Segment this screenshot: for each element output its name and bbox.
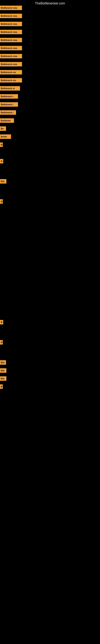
bottleneck-bar-21: B (0, 320, 3, 324)
bottleneck-bar-0: Bottleneck resu (0, 6, 22, 10)
bottleneck-bar-4: Bottleneck resu (0, 38, 22, 42)
bottleneck-bar-7: Bottleneck resu (0, 62, 22, 66)
bottleneck-bar-25: Bot (0, 376, 6, 381)
bottleneck-bar-14: Bottlenec (0, 118, 14, 123)
bottleneck-bar-26: B (0, 384, 3, 389)
bottleneck-bar-2: Bottleneck resu (0, 22, 22, 26)
bottleneck-bar-11: Bottleneck r (0, 94, 18, 98)
bottleneck-bar-8: Bottleneck res (0, 70, 22, 74)
bottleneck-bar-23: Bot (0, 360, 6, 365)
bottleneck-bar-13: Bottleneck r (0, 110, 16, 115)
bottleneck-bar-20: B (0, 199, 3, 204)
bottleneck-bar-1: Bottleneck resu (0, 14, 22, 18)
bottleneck-bar-12: Bottleneck r (0, 102, 18, 107)
bottleneck-bar-18: B (0, 159, 3, 164)
bottleneck-bar-5: Bottleneck resu (0, 46, 22, 50)
bottleneck-bar-24: Bot (0, 368, 6, 373)
bottleneck-bar-9: Bottleneck res (0, 78, 22, 82)
bottleneck-bar-22: B (0, 340, 3, 344)
bottleneck-bar-17: B (0, 142, 3, 147)
bottleneck-bar-10: Bottleneck re (0, 86, 20, 90)
bottleneck-bar-16: Bottle (0, 134, 11, 139)
bottleneck-bar-15: Bo (0, 126, 6, 131)
bottleneck-bar-19: Bot (0, 179, 6, 184)
bottleneck-bar-3: Bottleneck resu (0, 30, 22, 34)
bottleneck-bar-6: Bottleneck resu (0, 54, 22, 58)
